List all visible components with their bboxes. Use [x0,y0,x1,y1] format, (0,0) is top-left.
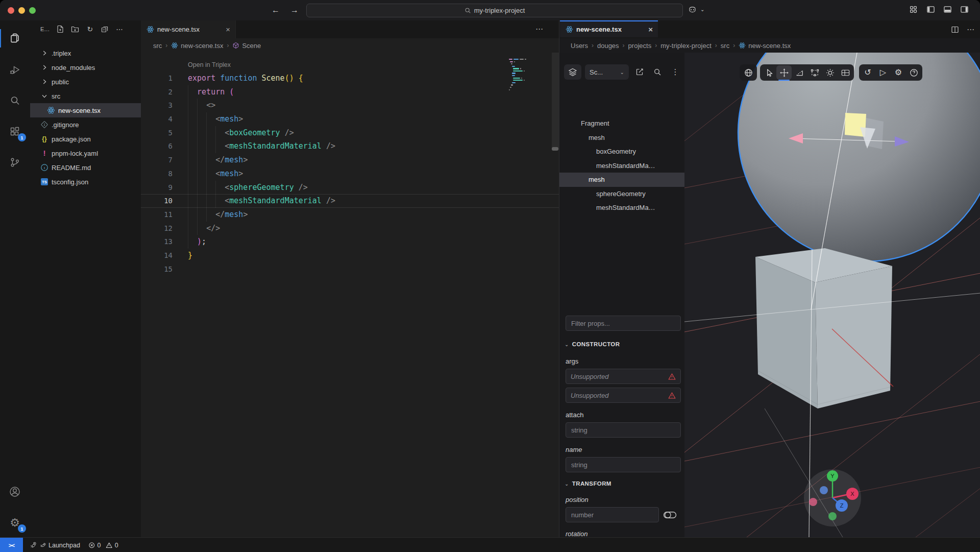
code-line[interactable]: 15 [141,262,559,276]
rotate-tool-button[interactable] [792,65,807,80]
close-icon[interactable]: × [648,25,653,34]
transform-section-header[interactable]: ⌄ TRANSFORM [565,481,611,487]
file-tree-item[interactable]: .triplex [30,46,141,60]
file-tree-item[interactable]: src [30,89,141,103]
sidebar-item-source-control[interactable] [0,151,30,174]
name-input[interactable] [566,457,681,472]
code-line[interactable]: 13 ); [141,235,559,249]
close-window-button[interactable] [8,7,14,14]
code-line[interactable]: 12 </> [141,222,559,235]
more-actions-icon[interactable]: ⋯ [115,25,124,33]
file-tree-item[interactable]: TStsconfig.json [30,175,141,189]
settings-button[interactable]: ⚙ [891,65,906,80]
split-editor-icon[interactable] [951,26,959,34]
file-tree-item[interactable]: README.md [30,160,141,175]
more-actions-icon[interactable]: ⋯ [967,25,974,34]
lighting-button[interactable] [822,65,838,80]
code-lines[interactable]: 1export function Scene() {2 return (3 <>… [141,71,559,276]
command-center-search[interactable]: my-triplex-project [306,4,683,17]
filter-props-input[interactable] [566,316,681,331]
accounts-button[interactable] [0,480,30,503]
play-button[interactable]: ▷ [875,65,891,80]
file-tree-item[interactable]: .gitignore [30,117,141,132]
code-line[interactable]: 10 <meshStandardMaterial /> [141,194,559,208]
forward-arrow-icon[interactable]: → [287,0,302,20]
breadcrumb-item[interactable]: src [153,42,162,50]
problems-item[interactable]: 0 0 [88,542,118,549]
sidebar-item-run-debug[interactable] [0,58,30,82]
back-arrow-icon[interactable]: ← [268,0,283,20]
box-object[interactable] [755,248,892,409]
code-line[interactable]: 1export function Scene() { [141,71,559,85]
position-input[interactable] [566,507,659,522]
sidebar-item-search[interactable] [0,89,30,112]
breadcrumb-item[interactable]: projects [628,42,652,50]
refresh-icon[interactable]: ↻ [86,25,94,33]
select-tool-button[interactable] [761,65,776,80]
toggle-panel-icon[interactable] [943,5,953,15]
splitter-handle[interactable] [552,147,558,151]
breadcrumb[interactable]: src›new-scene.tsx›Scene [141,38,261,53]
breadcrumb-item[interactable]: new-scene.tsx [739,42,791,50]
code-line[interactable]: 6 <meshStandardMaterial /> [141,139,559,153]
code-line[interactable]: 5 <boxGeometry /> [141,126,559,140]
new-folder-icon[interactable] [71,25,79,33]
args-field-2: Unsupported [566,388,681,403]
breadcrumb-item[interactable]: new-scene.tsx [171,42,223,50]
breadcrumb-item[interactable]: my-triplex-project [660,42,712,50]
code-line[interactable]: 14} [141,249,559,262]
args-field-1: Unsupported [566,369,681,384]
minimize-window-button[interactable] [18,7,25,14]
editor-more-actions[interactable]: ⋯ [535,25,544,34]
code-line[interactable]: 4 <mesh> [141,112,559,126]
breadcrumb-item[interactable]: Scene [232,42,261,50]
code-line[interactable]: 7 </mesh> [141,153,559,167]
settings-button[interactable]: ⚙ 1 [0,511,30,535]
viewport-3d[interactable]: Y X Z ↺ ▷ ⚙ [684,53,980,537]
file-tree-item[interactable]: {}package.json [30,132,141,146]
file-name: src [52,92,60,100]
code-line[interactable]: 11 </mesh> [141,208,559,222]
triplex-breadcrumb[interactable]: Users›douges›projects›my-triplex-project… [559,38,791,53]
file-tree-item[interactable]: !pnpm-lock.yaml [30,146,141,160]
file-tree-item[interactable]: public [30,75,141,89]
scrollbar[interactable] [552,53,559,150]
open-in-triplex-codelens[interactable]: Open in Triplex [188,61,231,68]
code-line[interactable]: 2 return ( [141,85,559,99]
maximize-window-button[interactable] [29,7,36,14]
position-toggle[interactable] [663,511,677,519]
tab-new-scene[interactable]: new-scene.tsx × [141,20,236,38]
toggle-sidebar-left-icon[interactable] [926,5,937,15]
customize-layout-icon[interactable] [909,5,919,15]
code-line[interactable]: 9 <sphereGeometry /> [141,181,559,195]
attach-input[interactable] [566,422,681,438]
code-line[interactable]: 8 <mesh> [141,167,559,181]
copilot-chevron-down-icon[interactable]: ⌄ [700,7,704,12]
code-line[interactable]: 3 <> [141,99,559,112]
globe-button[interactable] [741,65,756,80]
view-gizmo[interactable]: Y X Z [804,469,861,526]
close-icon[interactable]: × [226,25,230,34]
breadcrumb-item[interactable]: douges [597,42,619,50]
minimap[interactable] [509,59,533,91]
breadcrumb-item[interactable]: Users [571,42,588,50]
file-tree-item[interactable]: new-scene.tsx [30,103,141,117]
tab-triplex-new-scene[interactable]: new-scene.tsx × [560,20,658,37]
remote-indicator[interactable]: >< [0,538,23,552]
copilot-icon[interactable] [688,5,698,15]
grid-button[interactable] [838,65,853,80]
breadcrumb-item[interactable]: src [721,42,729,50]
file-tree-item[interactable]: node_modules [30,60,141,75]
minimap-line [509,63,533,64]
new-file-icon[interactable] [56,25,64,33]
launchpad-item[interactable]: Launchpad [30,542,80,549]
help-button[interactable] [906,65,921,80]
collapse-all-icon[interactable] [101,25,109,33]
sidebar-item-explorer[interactable] [0,27,30,50]
constructor-section-header[interactable]: ⌄ CONSTRUCTOR [565,341,620,347]
scale-tool-button[interactable] [807,65,822,80]
sidebar-item-extensions[interactable]: 1 [0,120,30,143]
undo-button[interactable]: ↺ [860,65,875,80]
toggle-sidebar-right-icon[interactable] [960,5,970,15]
move-tool-button[interactable] [776,65,792,80]
